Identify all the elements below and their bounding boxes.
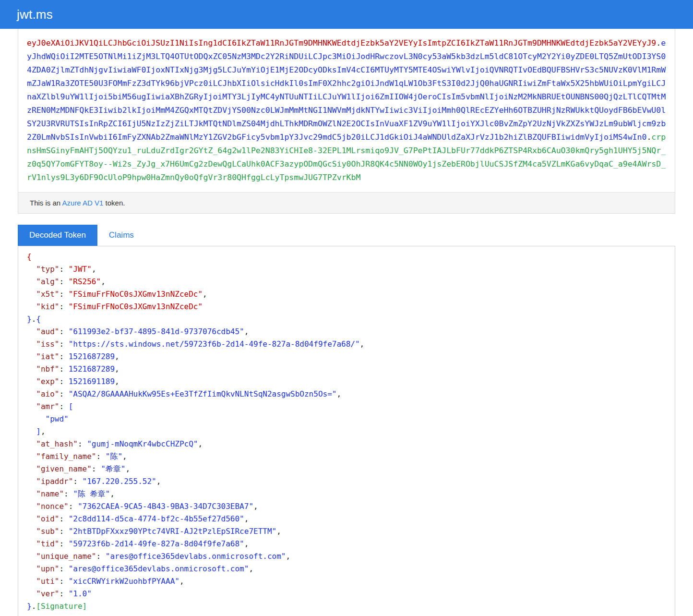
json-line: "ipaddr": "167.220.255.52", <box>27 475 666 488</box>
json-line: }.[Signature] <box>27 600 666 613</box>
token-box: eyJ0eXAiOiJKV1QiLCJhbGciOiJSUzI1NiIsIng1… <box>18 29 675 214</box>
app-title: jwt.ms <box>17 7 53 22</box>
token-separator: . <box>656 38 661 48</box>
json-line: }.{ <box>27 313 666 326</box>
json-line: "iat": 1521687289, <box>27 350 666 363</box>
json-line: "given_name": "希章", <box>27 463 666 475</box>
decoded-json: { "typ": "JWT", "alg": "RS256", "x5t": "… <box>18 246 675 616</box>
json-line: "nonce": "7362CAEA-9CA5-4B43-9BA3-34D7C3… <box>27 500 666 513</box>
json-line: "alg": "RS256", <box>27 276 666 288</box>
token-header-part: eyJ0eXAiOiJKV1QiLCJhbGciOiJSUzI1NiIsIng1… <box>27 38 656 48</box>
main-content: eyJ0eXAiOiJKV1QiLCJhbGciOiJSUzI1NiIsIng1… <box>18 29 675 616</box>
json-line: "sub": "2htBTDpFXxxz90YPtc74VRI-AJ2tPzlE… <box>27 525 666 538</box>
json-line: "typ": "JWT", <box>27 263 666 276</box>
tab-claims[interactable]: Claims <box>97 225 145 246</box>
json-line: { <box>27 251 666 263</box>
json-line: "tid": "59723f6b-2d14-49fe-827a-8d04f9fe… <box>27 538 666 550</box>
json-line: "at_hash": "gumj-mNoqmKr4wbcCHZPcQ", <box>27 438 666 450</box>
json-line: "nbf": 1521687289, <box>27 363 666 375</box>
json-line: "oid": "2c8dd114-d5ca-4774-bf2c-4b55ef27… <box>27 513 666 525</box>
json-line: "exp": 1521691189, <box>27 375 666 388</box>
json-line: "aud": "611993e2-bf37-4895-841d-9737076c… <box>27 326 666 338</box>
token-note-prefix: This is an <box>30 199 62 207</box>
json-line: "name": "陈 希章", <box>27 488 666 500</box>
json-line: "unique_name": "ares@office365devlabs.on… <box>27 550 666 563</box>
json-line: ], <box>27 425 666 438</box>
app-header: jwt.ms <box>0 0 693 29</box>
json-line: "family_name": "陈", <box>27 450 666 463</box>
json-line: "kid": "FSimuFrFNoC0sJXGmv13nNZceDc" <box>27 301 666 313</box>
json-line: "uti": "xicCRWYirkW2uohbfPYAAA", <box>27 575 666 588</box>
tab-decoded-token[interactable]: Decoded Token <box>18 225 97 246</box>
json-line: "amr": [ <box>27 400 666 413</box>
azure-ad-v1-link[interactable]: Azure AD V1 <box>62 199 104 207</box>
token-type-note: This is an Azure AD V1 token. <box>18 192 675 213</box>
json-line: "pwd" <box>27 413 666 425</box>
tab-bar: Decoded Token Claims <box>18 225 675 246</box>
json-line: "x5t": "FSimuFrFNoC0sJXGmv13nNZceDc", <box>27 288 666 301</box>
token-note-suffix: token. <box>103 199 125 207</box>
json-line: "aio": "ASQA2/8GAAAAHukKw95Es+Ee3TfZfIim… <box>27 388 666 400</box>
token-separator: . <box>646 133 651 142</box>
token-payload-part: eyJhdWQiOiI2MTE5OTNlMi1iZjM3LTQ4OTUtODQx… <box>27 38 666 142</box>
json-line: "ver": "1.0" <box>27 588 666 600</box>
json-line: "upn": "ares@office365devlabs.onmicrosof… <box>27 563 666 575</box>
token-input[interactable]: eyJ0eXAiOiJKV1QiLCJhbGciOiJSUzI1NiIsIng1… <box>18 29 675 192</box>
json-line: "iss": "https://sts.windows.net/59723f6b… <box>27 338 666 350</box>
